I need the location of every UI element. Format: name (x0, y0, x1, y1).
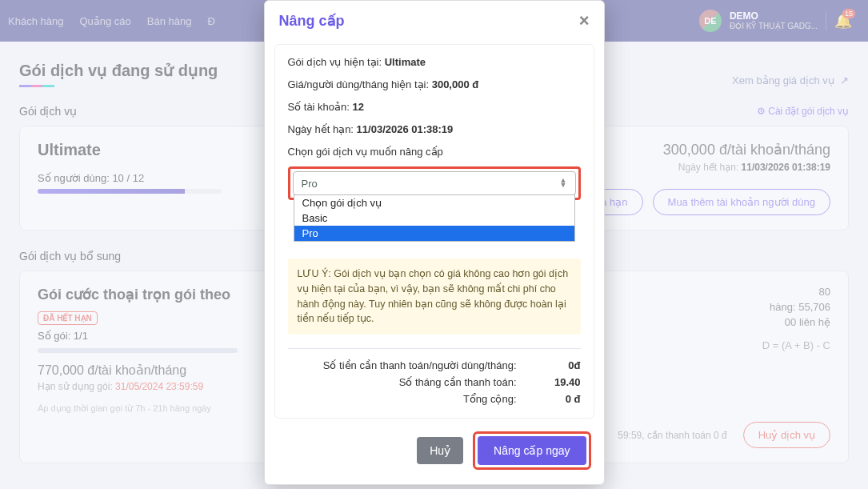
divider (288, 348, 581, 349)
plan-option-placeholder[interactable]: Chọn gói dịch vụ (294, 195, 574, 210)
upgrade-button-highlight: Nâng cấp ngay (473, 431, 590, 470)
modal-accounts-row: Số tài khoản: 12 (288, 101, 581, 113)
modal-plan-row: Gói dịch vụ hiện tại: Ultimate (288, 56, 581, 68)
upgrade-modal: Nâng cấp × Gói dịch vụ hiện tại: Ultimat… (264, 0, 605, 485)
plan-dropdown: Chọn gói dịch vụ Basic Pro (294, 194, 575, 242)
modal-price-row: Giá/người dùng/tháng hiện tại: 300,000 đ (288, 78, 581, 90)
modal-totals: Số tiền cần thanh toán/người dùng/tháng:… (288, 359, 581, 405)
plan-select[interactable]: Pro ▲▼ Chọn gói dịch vụ Basic Pro (293, 171, 576, 195)
modal-warning: LƯU Ý: Gói dịch vụ bạn chọn có giá không… (288, 259, 581, 335)
plan-option-basic[interactable]: Basic (294, 210, 574, 226)
modal-cancel-button[interactable]: Huỷ (417, 437, 463, 464)
modal-expire-row: Ngày hết hạn: 11/03/2026 01:38:19 (288, 123, 581, 135)
modal-title: Nâng cấp (279, 12, 345, 30)
select-highlight-box: Pro ▲▼ Chọn gói dịch vụ Basic Pro (288, 166, 581, 200)
plan-select-value: Pro (302, 178, 318, 190)
modal-select-label: Chọn gói dịch vụ muốn nâng cấp (288, 146, 581, 158)
plan-option-pro[interactable]: Pro (294, 226, 574, 241)
modal-upgrade-button[interactable]: Nâng cấp ngay (478, 436, 586, 465)
close-icon[interactable]: × (579, 10, 590, 31)
select-updown-icon: ▲▼ (560, 178, 567, 188)
